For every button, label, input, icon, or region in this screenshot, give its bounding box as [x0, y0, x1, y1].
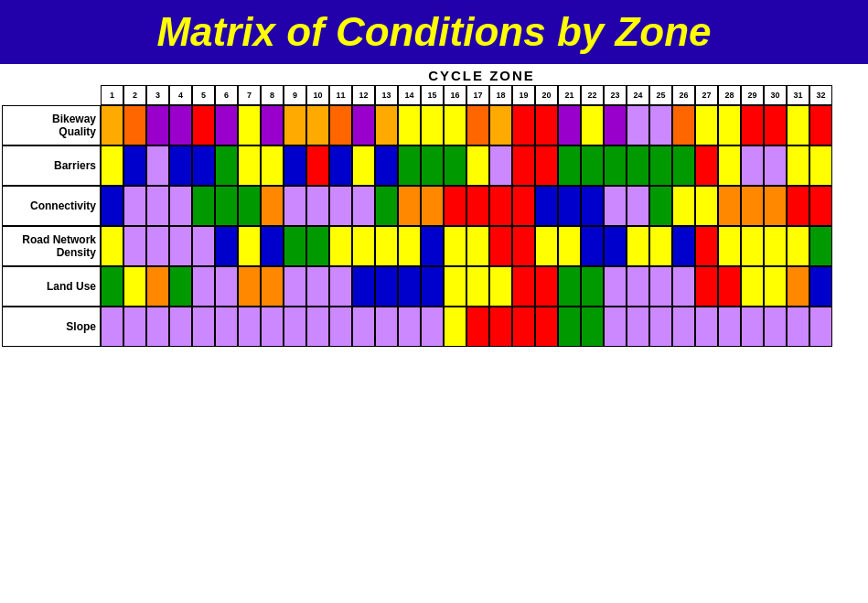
grid-row-slope: [101, 307, 863, 347]
cell-connectivity-14: [398, 186, 421, 226]
cell-landuse-4: [169, 266, 192, 307]
grid-row-roadnetwork: [101, 226, 863, 266]
cell-slope-26: [672, 307, 695, 347]
cell-roadnetwork-23: [604, 226, 627, 266]
col-header-8: 8: [261, 85, 284, 105]
cell-barriers-2: [123, 145, 146, 186]
cell-connectivity-6: [215, 186, 238, 226]
cell-roadnetwork-20: [535, 226, 558, 266]
col-header-30: 30: [764, 85, 787, 105]
cell-roadnetwork-17: [466, 226, 489, 266]
col-headers: 1234567891011121314151617181920212223242…: [101, 85, 863, 105]
cell-barriers-27: [695, 145, 718, 186]
cell-barriers-14: [398, 145, 421, 186]
cell-bikeway-28: [718, 105, 741, 145]
cell-connectivity-13: [375, 186, 398, 226]
col-header-18: 18: [489, 85, 512, 105]
cell-bikeway-11: [329, 105, 352, 145]
col-header-28: 28: [718, 85, 741, 105]
cell-roadnetwork-30: [764, 226, 787, 266]
cell-bikeway-29: [741, 105, 764, 145]
cell-landuse-5: [192, 266, 215, 307]
cell-landuse-14: [398, 266, 421, 307]
cell-bikeway-4: [169, 105, 192, 145]
cell-barriers-1: [101, 145, 123, 186]
cell-roadnetwork-29: [741, 226, 764, 266]
cell-bikeway-7: [238, 105, 261, 145]
row-label-bikeway: Bikeway Quality: [2, 105, 101, 145]
cell-slope-16: [444, 307, 466, 347]
cell-roadnetwork-11: [329, 226, 352, 266]
cell-roadnetwork-19: [512, 226, 535, 266]
cell-roadnetwork-14: [398, 226, 421, 266]
col-header-29: 29: [741, 85, 764, 105]
row-label-slope: Slope: [2, 307, 101, 347]
cell-connectivity-4: [169, 186, 192, 226]
cell-roadnetwork-6: [215, 226, 238, 266]
col-header-4: 4: [169, 85, 192, 105]
col-header-11: 11: [329, 85, 352, 105]
cell-barriers-10: [306, 145, 329, 186]
cell-barriers-5: [192, 145, 215, 186]
matrix-container: Bikeway Quality Barriers Connectivity Ro…: [2, 85, 863, 347]
cell-slope-19: [512, 307, 535, 347]
col-header-12: 12: [352, 85, 375, 105]
cell-landuse-24: [627, 266, 649, 307]
cell-slope-2: [123, 307, 146, 347]
cell-bikeway-16: [444, 105, 466, 145]
col-header-21: 21: [558, 85, 581, 105]
col-header-7: 7: [238, 85, 261, 105]
col-header-16: 16: [444, 85, 466, 105]
col-header-10: 10: [306, 85, 329, 105]
cell-connectivity-18: [489, 186, 512, 226]
title-bar: Matrix of Conditions by Zone: [0, 0, 868, 64]
cell-connectivity-22: [581, 186, 604, 226]
cell-slope-8: [261, 307, 284, 347]
cell-connectivity-9: [284, 186, 306, 226]
cell-connectivity-26: [672, 186, 695, 226]
cycle-zone-label: CYCLE ZONE: [101, 68, 863, 83]
cell-landuse-18: [489, 266, 512, 307]
col-header-26: 26: [672, 85, 695, 105]
cell-connectivity-17: [466, 186, 489, 226]
cell-barriers-18: [489, 145, 512, 186]
cell-connectivity-10: [306, 186, 329, 226]
cell-connectivity-23: [604, 186, 627, 226]
cell-barriers-22: [581, 145, 604, 186]
cell-slope-30: [764, 307, 787, 347]
cell-landuse-11: [329, 266, 352, 307]
cell-connectivity-25: [649, 186, 672, 226]
cell-bikeway-23: [604, 105, 627, 145]
cell-connectivity-1: [101, 186, 123, 226]
cell-bikeway-31: [787, 105, 809, 145]
col-header-27: 27: [695, 85, 718, 105]
cell-slope-17: [466, 307, 489, 347]
cell-connectivity-15: [421, 186, 444, 226]
cell-roadnetwork-7: [238, 226, 261, 266]
cell-bikeway-27: [695, 105, 718, 145]
cell-connectivity-30: [764, 186, 787, 226]
cell-slope-13: [375, 307, 398, 347]
cell-connectivity-5: [192, 186, 215, 226]
cell-barriers-23: [604, 145, 627, 186]
grid-row-barriers: [101, 145, 863, 186]
cell-connectivity-12: [352, 186, 375, 226]
cell-slope-5: [192, 307, 215, 347]
cell-barriers-12: [352, 145, 375, 186]
cell-roadnetwork-31: [787, 226, 809, 266]
cell-barriers-8: [261, 145, 284, 186]
cell-connectivity-29: [741, 186, 764, 226]
cell-connectivity-19: [512, 186, 535, 226]
col-header-20: 20: [535, 85, 558, 105]
cell-bikeway-2: [123, 105, 146, 145]
cell-roadnetwork-5: [192, 226, 215, 266]
cell-landuse-23: [604, 266, 627, 307]
grid-row-landuse: [101, 266, 863, 307]
cell-roadnetwork-16: [444, 226, 466, 266]
cell-roadnetwork-32: [809, 226, 832, 266]
row-labels: Bikeway Quality Barriers Connectivity Ro…: [2, 85, 101, 347]
cell-roadnetwork-26: [672, 226, 695, 266]
cell-bikeway-3: [146, 105, 169, 145]
cell-barriers-21: [558, 145, 581, 186]
cell-landuse-30: [764, 266, 787, 307]
